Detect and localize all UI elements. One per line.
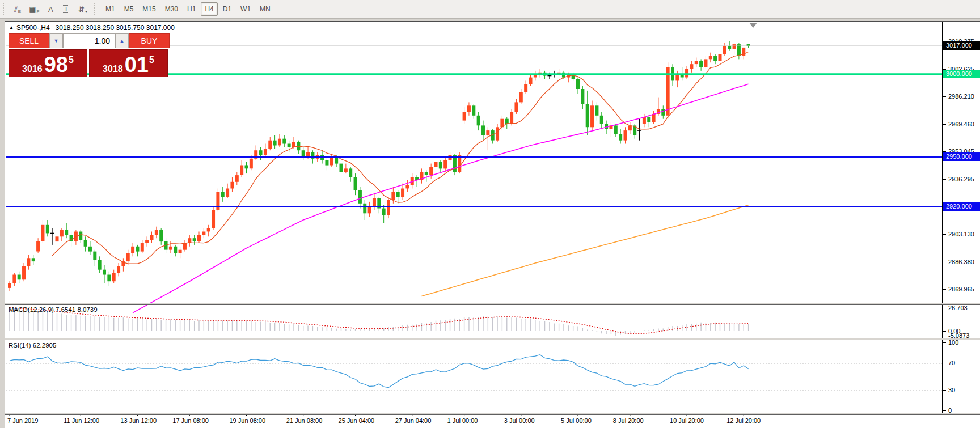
- time-axis-label: 5 Jul 00:00: [561, 417, 592, 424]
- chart-title: ▲SP500-,H43018.250 3018.250 3015.750 301…: [9, 24, 175, 32]
- rsi-axis-label: 70: [948, 359, 980, 367]
- rsi-pane-splitter[interactable]: [5, 338, 980, 340]
- timeframe-w1-button[interactable]: W1: [236, 2, 255, 16]
- rsi-axis-label: 30: [948, 387, 980, 394]
- chart-shift-marker-icon[interactable]: [749, 23, 757, 28]
- price-tick-label: 2936.295: [948, 176, 980, 183]
- buy-price-prefix: 3018: [103, 64, 123, 74]
- chart-window: ▲SP500-,H43018.250 3018.250 3015.750 301…: [5, 21, 980, 428]
- volume-decrease-button[interactable]: ▼: [49, 33, 63, 48]
- macd-pane-splitter[interactable]: [5, 303, 980, 305]
- price-line-badge: 3000.000: [943, 70, 980, 78]
- time-axis-label: 12 Jul 20:00: [726, 417, 761, 424]
- symbol-period-label: SP500-,H4: [16, 24, 50, 32]
- indicator-grid-button[interactable]: ▦F: [25, 2, 43, 16]
- timeframe-h1-button[interactable]: H1: [183, 2, 200, 16]
- buy-price-main: 01: [125, 55, 149, 74]
- price-tick-label: 2886.380: [948, 259, 980, 266]
- time-axis-label: 8 Jul 20:00: [613, 417, 644, 424]
- main-toolbar: ⫽E▦FAT⇵▾ M1M5M15M30H1H4D1W1MN: [0, 0, 980, 19]
- timeframe-h4-button[interactable]: H4: [201, 2, 217, 16]
- timeframe-m15-button[interactable]: M15: [138, 2, 159, 16]
- indicator-grid-icon: ▦: [29, 6, 36, 13]
- price-tick-label: 2903.130: [948, 231, 980, 238]
- price-line-badge: 2920.000: [943, 202, 980, 211]
- timeframe-m30-button[interactable]: M30: [161, 2, 182, 16]
- arrows-icon: A: [48, 6, 53, 13]
- timeframe-m1-button[interactable]: M1: [102, 2, 119, 16]
- macd-label: MACD(12,26,9) 7.6541 8.0739: [9, 306, 98, 313]
- rsi-label: RSI(14) 62.2905: [9, 342, 56, 349]
- line-studies-icon: ⫽: [14, 6, 18, 13]
- line-studies-button[interactable]: ⫽E: [10, 2, 25, 16]
- arrows-button[interactable]: A: [43, 2, 58, 16]
- timeframe-d1-button[interactable]: D1: [219, 2, 235, 16]
- sell-price-prefix: 3016: [22, 64, 43, 74]
- toolbar-grip[interactable]: [3, 3, 6, 15]
- shapes-button[interactable]: ⇵▾: [74, 2, 91, 16]
- price-line-badge: 2950.000: [943, 152, 980, 161]
- buy-price-sup: 5: [149, 55, 154, 65]
- volume-input[interactable]: [63, 33, 115, 48]
- price-tick-label: 2986.210: [948, 93, 980, 100]
- price-tick-label: 2969.460: [948, 121, 980, 128]
- time-axis-label: 21 Jun 08:00: [286, 417, 323, 424]
- rsi-axis-label: 0: [948, 407, 980, 414]
- time-axis-label: 17 Jun 08:00: [172, 417, 209, 424]
- rsi-axis-label: 100: [948, 339, 980, 346]
- time-axis-label: 1 Jul 00:00: [447, 417, 478, 424]
- time-axis-label: 13 Jun 12:00: [120, 417, 157, 424]
- macd-axis-label: 26.703: [948, 304, 980, 312]
- time-axis-label: 27 Jun 04:00: [395, 417, 432, 424]
- time-axis-label: 10 Jul 20:00: [670, 417, 704, 424]
- sell-price-sup: 5: [69, 55, 74, 65]
- shapes-icon: ⇵: [78, 6, 85, 13]
- time-axis-label: 25 Jun 04:00: [339, 417, 375, 424]
- collapse-trade-panel-icon[interactable]: ▲: [9, 25, 14, 30]
- time-axis-label: 3 Jul 00:00: [504, 417, 535, 424]
- one-click-trading-panel: SELL ▼ ▲ BUY 3016985 3018015: [9, 33, 170, 77]
- time-axis-label: 19 Jun 08:00: [230, 417, 266, 424]
- text-label-button[interactable]: T: [58, 2, 74, 16]
- ohlc-readout: 3018.250 3018.250 3015.750 3017.000: [56, 24, 175, 32]
- toolbar-grip-2[interactable]: [94, 3, 98, 15]
- text-label-icon: T: [62, 5, 70, 13]
- price-tick-label: 2869.965: [948, 286, 980, 293]
- time-axis-label: 11 Jun 12:00: [64, 417, 99, 424]
- sell-price-main: 98: [44, 55, 68, 74]
- price-line-badge: 3017.000: [943, 41, 980, 50]
- price-chart-canvas[interactable]: [5, 22, 980, 428]
- time-axis-label: 7 Jun 2019: [7, 417, 38, 424]
- sell-price-display[interactable]: 3016985: [9, 49, 87, 77]
- volume-increase-button[interactable]: ▲: [115, 33, 129, 48]
- buy-price-display[interactable]: 3018015: [89, 49, 168, 77]
- timeframe-mn-button[interactable]: MN: [256, 2, 274, 16]
- buy-button[interactable]: BUY: [129, 33, 170, 48]
- timeframe-m5-button[interactable]: M5: [120, 2, 138, 16]
- sell-button[interactable]: SELL: [9, 33, 49, 48]
- time-axis-splitter: [5, 413, 980, 415]
